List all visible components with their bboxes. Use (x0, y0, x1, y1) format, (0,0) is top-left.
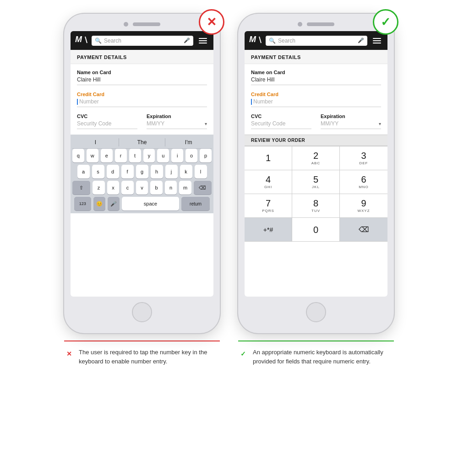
numpad-key-1[interactable]: 1 (245, 146, 292, 170)
key-f[interactable]: f (121, 165, 134, 178)
good-cc-input[interactable]: Number (251, 98, 381, 107)
key-e[interactable]: e (101, 149, 113, 162)
key-c[interactable]: c (121, 181, 134, 195)
good-expiry-select[interactable]: MM/YY ▾ (321, 120, 381, 129)
bad-keyboard[interactable]: I The I'm q w e r t (71, 135, 213, 213)
bad-expiry-placeholder: MM/YY (147, 120, 203, 127)
numpad-key-5[interactable]: 5 JKL (292, 170, 340, 194)
good-keyboard[interactable]: REVIEW YOUR ORDER 1 2 ABC 3 (245, 135, 387, 242)
key-d[interactable]: d (107, 165, 119, 178)
good-app-header: M 🔍 Search 🎤 (245, 31, 387, 50)
bad-cc-input[interactable]: Number (77, 98, 207, 107)
numpad-backspace-icon: ⌫ (359, 226, 369, 233)
good-home-button[interactable] (306, 302, 326, 322)
hamburger-good[interactable] (371, 37, 383, 44)
numpad-key-9[interactable]: 9 WXYZ (340, 194, 387, 218)
key-backspace[interactable]: ⌫ (194, 181, 212, 195)
numpad-num-3: 3 (361, 151, 366, 160)
phone-top-good (245, 22, 387, 27)
key-j[interactable]: j (165, 165, 178, 178)
key-w[interactable]: w (87, 149, 98, 162)
bad-expiry-select[interactable]: MM/YY ▾ (147, 120, 207, 129)
numpad-num-9: 9 (361, 199, 366, 208)
key-k[interactable]: k (180, 165, 192, 178)
numpad-key-3[interactable]: 3 DEF (340, 146, 387, 170)
key-s[interactable]: s (92, 165, 104, 178)
good-caption-line (238, 341, 394, 341)
bad-app-header: M 🔍 Search 🎤 (71, 31, 213, 50)
good-badge-symbol: ✓ (381, 15, 391, 29)
bad-caption: ✕ The user is required to tap the number… (64, 345, 220, 366)
key-a[interactable]: a (77, 165, 90, 178)
autocomplete-i[interactable]: I (72, 138, 119, 146)
hamburger-bad[interactable] (197, 37, 209, 44)
key-mic[interactable]: 🎤 (108, 197, 120, 211)
good-cvc-input[interactable]: Security Code (251, 120, 311, 129)
bad-search-bar[interactable]: 🔍 Search 🎤 (92, 36, 193, 46)
bad-phone-screen: M 🔍 Search 🎤 (71, 31, 213, 297)
key-n[interactable]: n (165, 181, 177, 195)
bad-name-field: Name on Card Claire Hill (77, 70, 207, 85)
numpad-key-0[interactable]: 0 (292, 218, 340, 242)
key-p[interactable]: p (200, 149, 212, 162)
search-icon-good: 🔍 (269, 38, 276, 44)
good-expiry-placeholder: MM/YY (321, 120, 377, 127)
key-r[interactable]: r (115, 149, 127, 162)
key-b[interactable]: b (150, 181, 163, 195)
numpad-key-symbols[interactable]: +*# (245, 218, 292, 242)
key-123[interactable]: 123 (74, 197, 91, 211)
numpad-num-0: 0 (313, 225, 318, 234)
key-y[interactable]: y (143, 149, 155, 162)
bad-cc-placeholder: Number (79, 98, 99, 105)
search-icon-bad: 🔍 (95, 38, 102, 44)
kb-row-2: a s d f g h j k l (72, 165, 212, 178)
autocomplete-im[interactable]: I'm (165, 138, 212, 146)
bad-cvc-input[interactable]: Security Code (77, 120, 137, 129)
numpad-key-7[interactable]: 7 PQRS (245, 194, 292, 218)
numpad-num-6: 6 (361, 175, 366, 184)
key-m[interactable]: m (179, 181, 191, 195)
numpad-key-4[interactable]: 4 GHI (245, 170, 292, 194)
numpad-num-4: 4 (266, 175, 271, 184)
numpad-key-8[interactable]: 8 TUV (292, 194, 340, 218)
key-i[interactable]: i (171, 149, 183, 162)
bad-caption-line (64, 341, 220, 341)
key-g[interactable]: g (136, 165, 148, 178)
bad-payment-title: PAYMENT DETAILS (71, 50, 213, 64)
kb-row-4: 123 😊 🎤 space return (72, 197, 212, 213)
key-shift[interactable]: ⇧ (72, 181, 90, 195)
bad-home-button[interactable] (132, 302, 152, 322)
key-return[interactable]: return (181, 197, 210, 211)
bad-caption-badge: ✕ (64, 349, 74, 359)
key-x[interactable]: x (107, 181, 120, 195)
key-space[interactable]: space (122, 197, 179, 211)
bad-cc-label: Credit Card (77, 92, 207, 97)
key-emoji[interactable]: 😊 (93, 197, 105, 211)
autocomplete-the[interactable]: The (119, 138, 165, 146)
good-cursor (251, 99, 252, 105)
numpad-key-backspace[interactable]: ⌫ (340, 218, 387, 242)
bad-phone-container: ✕ M 🔍 Search (64, 14, 220, 333)
phones-comparison: ✕ M 🔍 Search (9, 14, 449, 333)
key-z[interactable]: z (93, 181, 105, 195)
key-u[interactable]: u (157, 149, 169, 162)
good-cc-placeholder: Number (253, 98, 273, 105)
numpad-num-1: 1 (266, 153, 271, 162)
key-l[interactable]: l (195, 165, 207, 178)
key-v[interactable]: v (136, 181, 148, 195)
key-o[interactable]: o (185, 149, 197, 162)
good-cvc-label: CVC (251, 114, 311, 119)
numpad-key-2[interactable]: 2 ABC (292, 146, 340, 170)
key-q[interactable]: q (72, 149, 84, 162)
good-form-area: Name on Card Claire Hill Credit Card Num… (245, 64, 387, 135)
good-name-value: Claire Hill (251, 76, 381, 85)
key-h[interactable]: h (151, 165, 163, 178)
bad-cvc-col: CVC Security Code (77, 114, 137, 129)
svg-line-1 (85, 37, 87, 43)
key-t[interactable]: t (129, 149, 141, 162)
good-search-bar[interactable]: 🔍 Search 🎤 (266, 36, 367, 46)
numpad-key-6[interactable]: 6 MNO (340, 170, 387, 194)
chevron-down-icon-bad: ▾ (205, 121, 207, 126)
good-expiry-col: Expiration MM/YY ▾ (321, 114, 381, 129)
bad-alpha-keyboard: I The I'm q w e r t (71, 135, 213, 213)
